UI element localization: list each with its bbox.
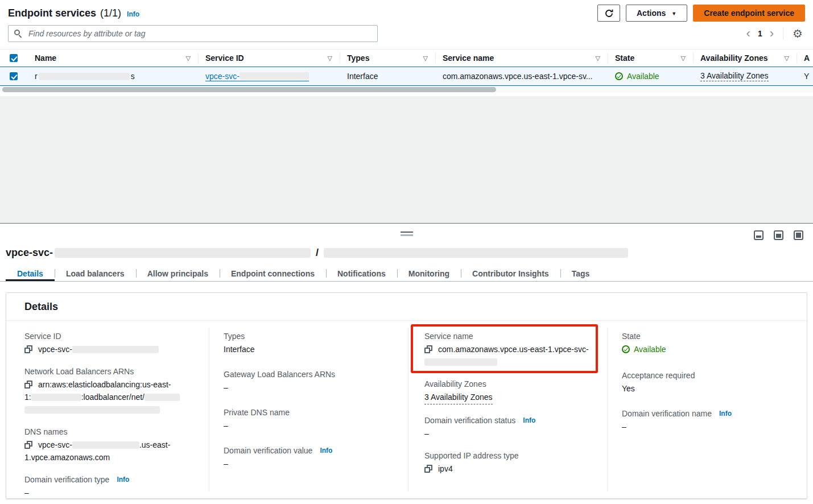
- status-badge: Available: [615, 72, 659, 81]
- details-card-body: Service ID vpce-svc- Network Load Balanc…: [6, 321, 807, 498]
- tab-contributor-insights[interactable]: Contributor Insights: [461, 266, 560, 281]
- service-id-link[interactable]: vpce-svc-: [205, 72, 309, 81]
- search-input[interactable]: [27, 28, 372, 39]
- table-row[interactable]: rs vpce-svc- Interface com.amazonaws.vpc…: [0, 67, 813, 86]
- column-label: Name: [35, 53, 56, 63]
- redacted-text: [424, 358, 497, 366]
- field-value: –: [24, 486, 199, 499]
- panel-size-large-icon[interactable]: [794, 230, 803, 240]
- tab-details[interactable]: Details: [6, 266, 55, 281]
- column-header-partial[interactable]: A: [797, 49, 813, 67]
- divider: [783, 27, 783, 40]
- scrollbar-thumb[interactable]: [2, 87, 496, 92]
- info-link[interactable]: Info: [117, 473, 129, 486]
- create-endpoint-service-button[interactable]: Create endpoint service: [693, 5, 805, 22]
- row-service-name-cell: com.amazonaws.vpce.us-east-1.vpce-sv...: [435, 67, 608, 85]
- chevron-right-icon[interactable]: ›: [770, 27, 774, 40]
- field-label: Domain verification name: [622, 407, 712, 420]
- panel-size-medium-icon[interactable]: [774, 230, 783, 240]
- redacted-text: [24, 406, 160, 414]
- field-value: com.amazonaws.vpce.us-east-1.vpce-svc-: [424, 343, 599, 368]
- horizontal-scrollbar[interactable]: [0, 86, 813, 93]
- copy-icon[interactable]: [424, 345, 432, 353]
- tab-allow-principals[interactable]: Allow principals: [136, 266, 220, 281]
- copy-icon[interactable]: [24, 381, 32, 389]
- column-label: Availability Zones: [700, 53, 768, 63]
- sort-icon[interactable]: ▽: [181, 55, 191, 62]
- field-label: Private DNS name: [224, 406, 398, 419]
- split-panel-drag-handle[interactable]: [401, 232, 413, 236]
- divider: [408, 328, 408, 491]
- column-header-name[interactable]: Name ▽: [27, 49, 198, 67]
- redacted-text: [324, 248, 628, 258]
- availability-zones-link[interactable]: 3 Availability Zones: [424, 391, 493, 404]
- sort-icon[interactable]: ▽: [591, 55, 600, 62]
- field-service-id: Service ID vpce-svc-: [24, 330, 199, 356]
- field-value: –: [622, 420, 796, 433]
- field-value: Interface: [224, 343, 398, 356]
- field-value: vpce-svc-: [24, 343, 199, 356]
- copy-icon[interactable]: [24, 441, 32, 449]
- gear-icon[interactable]: ⚙: [793, 28, 803, 39]
- copy-icon[interactable]: [24, 345, 32, 353]
- column-header-service-name[interactable]: Service name ▽: [435, 49, 608, 67]
- info-link[interactable]: Info: [719, 407, 732, 420]
- column-header-availability-zones[interactable]: Availability Zones ▽: [693, 49, 797, 67]
- page-title: Endpoint services (1/1) Info: [8, 7, 139, 19]
- tab-endpoint-connections[interactable]: Endpoint connections: [220, 266, 326, 281]
- details-card: Details Service ID vpce-svc- Network Loa…: [6, 292, 807, 499]
- field-label: Types: [224, 330, 398, 342]
- column-header-types[interactable]: Types ▽: [340, 49, 435, 67]
- field-label: Network Load Balancers ARNs: [24, 365, 199, 378]
- row-checkbox[interactable]: [10, 72, 18, 80]
- field-label: Service ID: [24, 330, 199, 342]
- header-actions: Actions ▼ Create endpoint service: [597, 5, 805, 22]
- tab-load-balancers[interactable]: Load balancers: [55, 266, 136, 281]
- sort-icon[interactable]: ▽: [419, 55, 428, 62]
- info-link[interactable]: Info: [127, 10, 139, 18]
- redacted-text: [72, 441, 139, 449]
- column-header-service-id[interactable]: Service ID ▽: [198, 49, 340, 67]
- field-label: Service name: [424, 330, 599, 342]
- check-circle-icon: [622, 345, 630, 353]
- copy-icon[interactable]: [424, 465, 432, 473]
- column-label: State: [615, 53, 634, 63]
- field-label: DNS names: [24, 425, 199, 438]
- search-box[interactable]: [8, 25, 378, 42]
- tab-tags[interactable]: Tags: [560, 266, 601, 281]
- tab-bar: Details Load balancers Allow principals …: [0, 266, 813, 282]
- info-link[interactable]: Info: [523, 414, 535, 427]
- field-dns-names: DNS names vpce-svc-.us-east- 1.vpce.amaz…: [24, 425, 199, 464]
- tab-notifications[interactable]: Notifications: [326, 266, 397, 281]
- field-label: Supported IP address type: [424, 449, 599, 462]
- row-select-cell: [0, 67, 27, 85]
- field-supported-ip-type: Supported IP address type ipv4: [424, 449, 599, 475]
- tab-monitoring[interactable]: Monitoring: [397, 266, 461, 281]
- sort-icon[interactable]: ▽: [323, 55, 332, 62]
- row-partial-cell: Y: [797, 67, 813, 85]
- panel-size-small-icon[interactable]: [754, 230, 764, 240]
- chevron-left-icon[interactable]: ‹: [746, 27, 750, 40]
- panel-title-prefix: vpce-svc-: [6, 247, 53, 259]
- page-number[interactable]: 1: [758, 29, 762, 38]
- field-nlb-arns: Network Load Balancers ARNs arn:aws:elas…: [24, 365, 199, 416]
- check-circle-icon: [615, 72, 623, 80]
- sort-icon[interactable]: ▽: [676, 55, 686, 62]
- toolbar: ‹ 1 › ⚙: [0, 25, 813, 49]
- refresh-button[interactable]: [597, 5, 620, 22]
- info-link[interactable]: Info: [320, 444, 332, 457]
- column-label: Service ID: [205, 53, 244, 63]
- redacted-text: [72, 346, 159, 353]
- field-availability-zones: Availability Zones 3 Availability Zones: [424, 378, 599, 404]
- redacted-text: [240, 72, 309, 80]
- sort-icon[interactable]: ▽: [780, 55, 789, 62]
- availability-zones-link[interactable]: 3 Availability Zones: [700, 71, 769, 81]
- redacted-text: [31, 394, 81, 401]
- column-header-state[interactable]: State ▽: [608, 49, 693, 67]
- column-label: A: [804, 53, 810, 63]
- select-all-checkbox[interactable]: [10, 54, 18, 62]
- page-title-text: Endpoint services: [8, 7, 96, 19]
- resource-count: (1/1): [100, 7, 121, 19]
- actions-button[interactable]: Actions ▼: [626, 5, 687, 22]
- row-name-text: r: [35, 72, 38, 81]
